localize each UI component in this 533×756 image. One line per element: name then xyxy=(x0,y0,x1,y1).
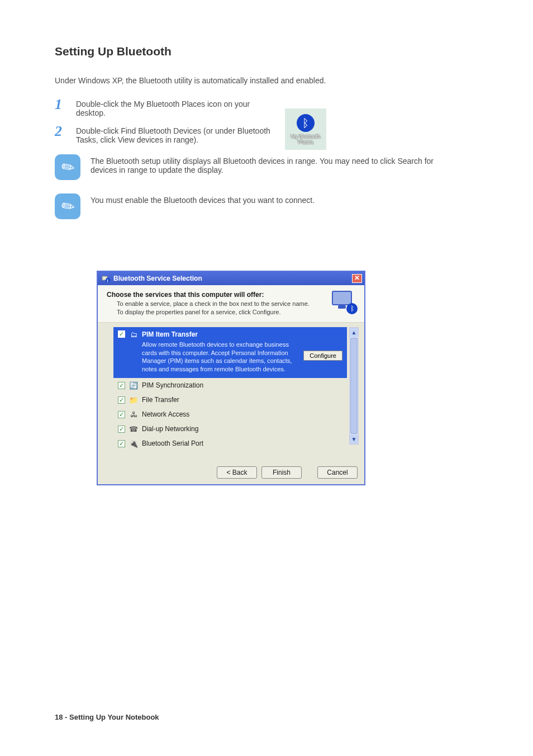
service-checkbox[interactable]: ✓ xyxy=(118,396,125,404)
serial-port-icon: 🔌 xyxy=(129,439,139,448)
dialog-title-text: Bluetooth Service Selection xyxy=(113,275,202,282)
service-network-access[interactable]: ✓ 🖧 Network Access xyxy=(113,407,347,422)
bluetooth-glyph: ᛒ xyxy=(302,117,309,129)
computer-bluetooth-icon: ᛒ xyxy=(332,291,356,313)
dialog-footer: < Back Finish Cancel xyxy=(98,461,364,484)
step-1: 1 Double-click the My Bluetooth Places i… xyxy=(55,96,488,117)
dialog-titlebar[interactable]: ᛒ Bluetooth Service Selection ✕ xyxy=(98,272,364,285)
pencil-icon: ✎ xyxy=(57,195,78,218)
section-title: Setting Up Bluetooth xyxy=(55,45,488,58)
bluetooth-icon: ᛒ xyxy=(297,114,315,132)
scroll-thumb[interactable] xyxy=(350,338,358,434)
scroll-down-button[interactable]: ▼ xyxy=(350,434,358,444)
services-scrollbar[interactable]: ▲ ▼ xyxy=(349,327,359,445)
back-button[interactable]: < Back xyxy=(217,466,257,479)
dialog-header-subtitle: To enable a service, place a check in th… xyxy=(117,300,327,316)
note-1: ✎ The Bluetooth setup utility displays a… xyxy=(55,154,488,180)
service-label: PIM Synchronization xyxy=(142,381,203,389)
step-text-2: Double-click Find Bluetooth Devices (or … xyxy=(76,123,277,144)
service-label: Dial-up Networking xyxy=(142,425,198,433)
note-1-text: The Bluetooth setup utility displays all… xyxy=(91,154,448,174)
note-badge: ✎ xyxy=(55,154,80,180)
service-description: Allow remote Bluetooth devices to exchan… xyxy=(142,341,298,374)
service-checkbox[interactable]: ✓ xyxy=(118,330,125,338)
service-pim-item-transfer[interactable]: ✓ 🗂 PIM Item Transfer Allow remote Bluet… xyxy=(113,327,347,378)
desktop-icon-label: My Bluetooth Places xyxy=(291,134,321,145)
dialog-header-title: Choose the services that this computer w… xyxy=(107,291,327,299)
service-checkbox[interactable]: ✓ xyxy=(118,382,125,389)
close-button[interactable]: ✕ xyxy=(352,274,362,283)
service-file-transfer[interactable]: ✓ 📁 File Transfer xyxy=(113,393,347,407)
step-text-1: Double-click the My Bluetooth Places ico… xyxy=(76,96,277,117)
sync-icon: 🔄 xyxy=(129,381,139,390)
service-label: Network Access xyxy=(142,410,189,418)
service-checkbox[interactable]: ✓ xyxy=(118,426,125,433)
bluetooth-service-selection-dialog: ᛒ Bluetooth Service Selection ✕ Choose t… xyxy=(97,271,365,485)
service-label: File Transfer xyxy=(142,396,179,404)
finish-button[interactable]: Finish xyxy=(261,466,302,479)
service-bluetooth-serial-port[interactable]: ✓ 🔌 Bluetooth Serial Port xyxy=(113,436,347,451)
scroll-up-button[interactable]: ▲ xyxy=(350,328,358,337)
cancel-button[interactable]: Cancel xyxy=(317,466,358,479)
dialog-header-panel: Choose the services that this computer w… xyxy=(98,285,364,323)
service-checkbox[interactable]: ✓ xyxy=(118,440,125,447)
phone-icon: ☎ xyxy=(129,424,139,433)
service-title: PIM Item Transfer xyxy=(142,330,342,338)
page-footnote: 18 - Setting Up Your Notebook xyxy=(55,713,159,721)
note-2-text: You must enable the Bluetooth devices th… xyxy=(91,193,315,205)
scroll-track[interactable] xyxy=(350,337,358,434)
services-list: ✓ 🗂 PIM Item Transfer Allow remote Bluet… xyxy=(113,327,347,461)
service-pim-synchronization[interactable]: ✓ 🔄 PIM Synchronization xyxy=(113,378,347,393)
service-checkbox[interactable]: ✓ xyxy=(118,411,125,418)
step-number-1: 1 xyxy=(55,96,66,113)
service-label: Bluetooth Serial Port xyxy=(142,440,203,447)
step-number-2: 2 xyxy=(55,123,66,140)
note-2: ✎ You must enable the Bluetooth devices … xyxy=(55,193,488,219)
note-badge: ✎ xyxy=(55,193,80,219)
my-bluetooth-places-desktop-icon[interactable]: ᛒ My Bluetooth Places xyxy=(285,108,326,150)
svg-text:ᛒ: ᛒ xyxy=(107,279,109,282)
step-2: 2 Double-click Find Bluetooth Devices (o… xyxy=(55,123,488,144)
configure-button[interactable]: Configure xyxy=(303,351,342,361)
intro-text: Under Windows XP, the Bluetooth utility … xyxy=(55,75,488,86)
pim-transfer-icon: 🗂 xyxy=(129,330,139,339)
service-dialup-networking[interactable]: ✓ ☎ Dial-up Networking xyxy=(113,422,347,436)
pencil-icon: ✎ xyxy=(57,156,78,178)
folder-icon: 📁 xyxy=(129,395,139,404)
bluetooth-places-icon: ᛒ xyxy=(101,274,110,283)
network-icon: 🖧 xyxy=(129,410,139,419)
